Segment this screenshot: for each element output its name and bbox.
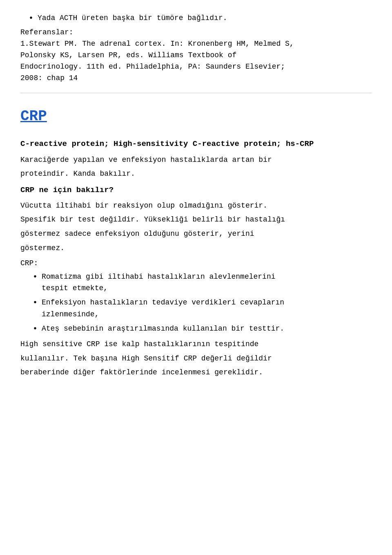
crp-section: CRP C-reactive protein; High-sensitivity… [20,105,372,378]
section-divider [20,93,372,93]
top-bullet-item: • Yada ACTH üreten başka bir tümöre bağl… [20,12,372,25]
crp-label: CRP: [20,257,372,269]
crp-para2-line2: göstermez sadece enfeksiyon olduğunu gös… [20,228,372,240]
top-section: • Yada ACTH üreten başka bir tümöre bağl… [20,12,372,84]
crp-subtitle: C-reactive protein; High-sensitivity C-r… [20,138,372,150]
final-para-line2: kullanılır. Tek başına High Sensitif CRP… [20,353,372,365]
crp-para2-line3: göstermez. [20,242,372,254]
references-label: Referanslar: [20,27,372,38]
ref-line-4: 2008: chap 14 [20,73,372,84]
final-para-line3: beraberinde diğer faktörlerinde incelenm… [20,367,372,378]
bullet-text-2: Enfeksiyon hastalıkların tedaviye verdik… [42,297,284,320]
ref-line-1: 1.Stewart PM. The adrenal cortex. In: Kr… [20,38,372,50]
bullet-icon-1: • [33,271,38,283]
bullet-list-item-2: • Enfeksiyon hastalıkların tedaviye verd… [33,297,372,320]
ref-line-3: Endocrinology. 11th ed. Philadelphia, PA… [20,61,372,73]
crp-para1: Vücutta iltihabi bir reaksiyon olup olma… [20,200,372,212]
crp-description-line1: Karaciğerde yapılan ve enfeksiyon hastal… [20,154,372,166]
crp-bullet-list: • Romatizma gibi iltihabi hastalıkların … [33,271,372,335]
bullet-list-item-3: • Ateş sebebinin araştırılmasında kullan… [33,323,372,335]
bullet-text-3: Ateş sebebinin araştırılmasında kullanıl… [42,323,284,335]
bullet-list-item-1: • Romatizma gibi iltihabi hastalıkların … [33,271,372,295]
bullet-icon: • [29,12,33,25]
bullet-icon-2: • [33,297,38,309]
ref-line-2: Polonsky KS, Larsen PR, eds. Williams Te… [20,50,372,61]
crp-question: CRP ne için bakılır? [20,184,372,196]
crp-heading[interactable]: CRP [20,105,372,128]
bullet-icon-3: • [33,323,38,335]
references-block: Referanslar: 1.Stewart PM. The adrenal c… [20,27,372,84]
crp-description-line2: proteindir. Kanda bakılır. [20,168,372,180]
top-bullet-text: Yada ACTH üreten başka bir tümöre bağlıd… [38,12,227,24]
bullet-text-1: Romatizma gibi iltihabi hastalıkların al… [42,271,276,295]
crp-para2-line1: Spesifik bir test değildir. Yüksekliği b… [20,214,372,226]
final-para-line1: High sensitive CRP ise kalp hastalıkları… [20,338,372,350]
